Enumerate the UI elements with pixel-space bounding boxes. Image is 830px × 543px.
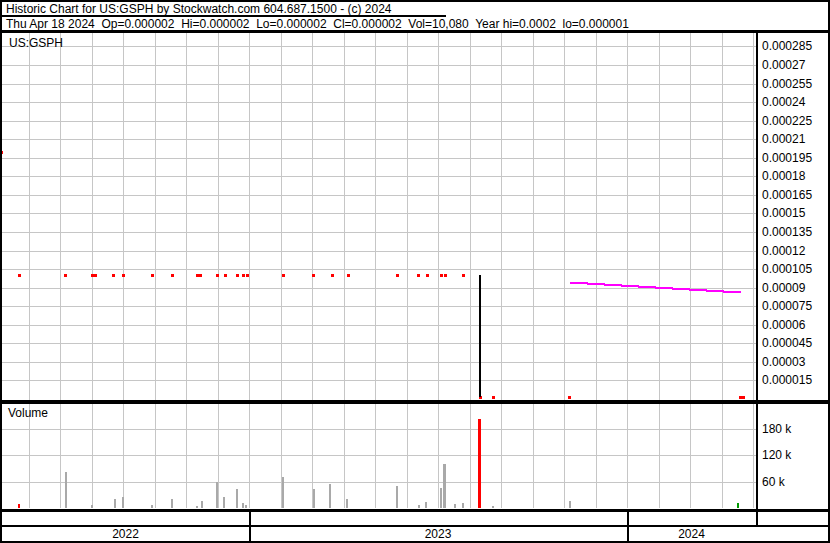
month-gridline <box>344 404 345 508</box>
month-gridline <box>564 33 565 400</box>
trade-dot-low <box>492 396 495 399</box>
month-gridline <box>564 404 565 508</box>
trend-line-segment <box>570 282 588 284</box>
month-gridline <box>722 404 723 508</box>
volume-bar <box>282 477 284 508</box>
price-gridline <box>2 84 756 85</box>
month-gridline <box>753 33 754 400</box>
trade-dot <box>347 274 350 277</box>
month-gridline <box>249 33 250 400</box>
month-gridline <box>123 404 124 508</box>
volume-bar <box>425 502 427 508</box>
volume-bar <box>418 505 420 508</box>
volume-bar <box>171 499 173 508</box>
trend-line-segment <box>621 285 639 287</box>
price-tick-label: 0.000255 <box>762 77 812 91</box>
price-tick-label: 0.00015 <box>762 206 805 220</box>
volume-gridline <box>2 429 756 430</box>
trend-line-segment <box>723 291 741 293</box>
trade-dot <box>426 274 429 277</box>
price-tick-label: 0.000045 <box>762 336 812 350</box>
chart-title: Historic Chart for US:GSPH by Stockwatch… <box>6 2 392 16</box>
month-gridline <box>186 33 187 400</box>
month-gridline <box>722 33 723 400</box>
year-label: 2024 <box>627 527 756 541</box>
price-gridline <box>2 343 756 344</box>
month-gridline <box>533 33 534 400</box>
price-gridline <box>2 251 756 252</box>
price-gridline <box>2 139 756 140</box>
price-gridline <box>2 325 756 326</box>
historic-chart-window: Historic Chart for US:GSPH by Stockwatch… <box>0 0 830 543</box>
volume-bar <box>443 464 446 508</box>
trade-dot <box>122 274 125 277</box>
price-gridline <box>2 195 756 196</box>
volume-bottom-border <box>0 509 830 512</box>
price-tick-label: 0.000075 <box>762 299 812 313</box>
volume-bar <box>440 488 442 508</box>
price-volume-divider <box>0 400 830 404</box>
month-gridline <box>92 33 93 400</box>
volume-bar <box>396 486 398 508</box>
trade-dot <box>444 274 447 277</box>
chart-info-line: Thu Apr 18 2024 Op=0.000002 Hi=0.000002 … <box>6 17 629 31</box>
month-gridline <box>438 404 439 508</box>
trend-line-segment <box>638 286 656 288</box>
volume-panel-label: Volume <box>8 406 48 420</box>
trend-line-segment <box>706 290 724 292</box>
price-gridline <box>2 176 756 177</box>
trade-dot <box>151 274 154 277</box>
volume-bar <box>492 506 494 508</box>
price-gridline <box>2 158 756 159</box>
volume-bar <box>151 505 153 508</box>
month-gridline <box>627 33 628 400</box>
trade-dot <box>396 274 399 277</box>
volume-bar <box>478 419 481 508</box>
month-gridline <box>501 33 502 400</box>
trade-dot <box>417 274 420 277</box>
month-gridline <box>533 404 534 508</box>
label-column-separator <box>756 30 758 527</box>
price-tick-label: 0.000105 <box>762 262 812 276</box>
month-gridline <box>407 404 408 508</box>
volume-bar <box>122 497 124 508</box>
volume-bar <box>196 506 198 508</box>
price-gridline <box>2 121 756 122</box>
trade-dot <box>312 274 315 277</box>
month-gridline <box>627 404 628 508</box>
month-gridline <box>186 404 187 508</box>
month-gridline <box>155 404 156 508</box>
volume-bar <box>313 489 315 508</box>
volume-bar <box>242 503 244 508</box>
month-gridline <box>596 33 597 400</box>
price-tick-label: 0.000195 <box>762 151 812 165</box>
month-gridline <box>470 33 471 400</box>
volume-bar <box>18 504 20 508</box>
volume-bar <box>569 501 571 508</box>
volume-gridline <box>2 482 756 483</box>
trade-dot <box>171 274 174 277</box>
month-gridline <box>60 33 61 400</box>
month-gridline <box>690 33 691 400</box>
month-gridline <box>344 33 345 400</box>
month-gridline <box>29 33 30 400</box>
month-gridline <box>218 33 219 400</box>
year-label: 2023 <box>249 527 627 541</box>
trend-line-segment <box>655 287 673 289</box>
volume-bar <box>114 499 116 508</box>
month-gridline <box>438 33 439 400</box>
month-gridline <box>596 404 597 508</box>
trade-dot <box>18 274 21 277</box>
price-tick-label: 0.00027 <box>762 58 805 72</box>
trade-dot-low <box>568 396 571 399</box>
volume-bar <box>201 501 203 508</box>
price-gridline <box>2 232 756 233</box>
month-gridline <box>501 404 502 508</box>
trade-dot <box>282 274 285 277</box>
volume-bar <box>216 482 218 508</box>
month-gridline <box>123 33 124 400</box>
month-gridline <box>375 33 376 400</box>
volume-bar <box>737 503 739 508</box>
month-gridline <box>60 404 61 508</box>
month-gridline <box>249 404 250 508</box>
